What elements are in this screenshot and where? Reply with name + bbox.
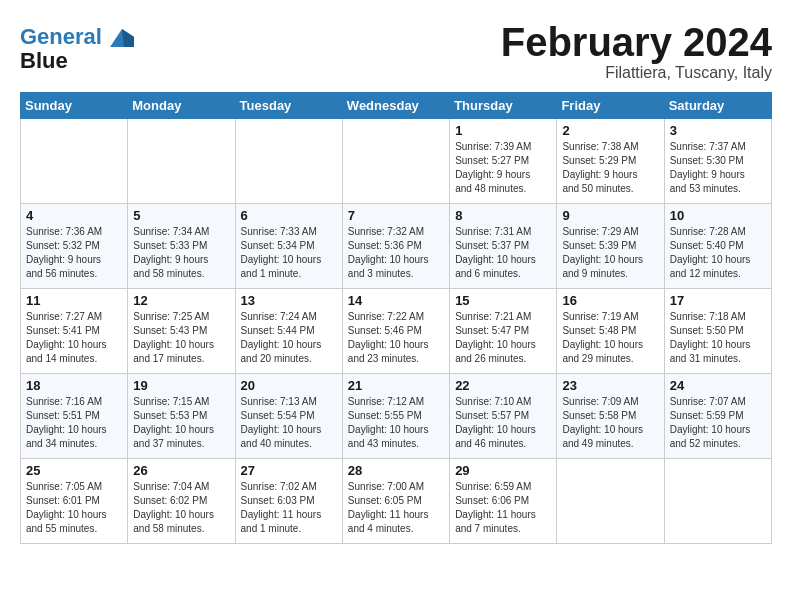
day-number: 27 — [241, 463, 337, 478]
day-number: 3 — [670, 123, 766, 138]
day-number: 18 — [26, 378, 122, 393]
header-tuesday: Tuesday — [235, 93, 342, 119]
header-friday: Friday — [557, 93, 664, 119]
calendar-table: Sunday Monday Tuesday Wednesday Thursday… — [20, 92, 772, 544]
table-row — [21, 119, 128, 204]
day-number: 13 — [241, 293, 337, 308]
table-row — [235, 119, 342, 204]
day-number: 11 — [26, 293, 122, 308]
day-number: 12 — [133, 293, 229, 308]
table-row: 24Sunrise: 7:07 AM Sunset: 5:59 PM Dayli… — [664, 374, 771, 459]
table-row: 13Sunrise: 7:24 AM Sunset: 5:44 PM Dayli… — [235, 289, 342, 374]
day-number: 17 — [670, 293, 766, 308]
table-row: 2Sunrise: 7:38 AM Sunset: 5:29 PM Daylig… — [557, 119, 664, 204]
day-number: 21 — [348, 378, 444, 393]
table-row: 21Sunrise: 7:12 AM Sunset: 5:55 PM Dayli… — [342, 374, 449, 459]
day-detail: Sunrise: 7:07 AM Sunset: 5:59 PM Dayligh… — [670, 395, 766, 451]
table-row: 14Sunrise: 7:22 AM Sunset: 5:46 PM Dayli… — [342, 289, 449, 374]
table-row: 15Sunrise: 7:21 AM Sunset: 5:47 PM Dayli… — [450, 289, 557, 374]
day-detail: Sunrise: 7:37 AM Sunset: 5:30 PM Dayligh… — [670, 140, 766, 196]
day-number: 4 — [26, 208, 122, 223]
day-detail: Sunrise: 7:04 AM Sunset: 6:02 PM Dayligh… — [133, 480, 229, 536]
day-detail: Sunrise: 7:18 AM Sunset: 5:50 PM Dayligh… — [670, 310, 766, 366]
day-number: 29 — [455, 463, 551, 478]
day-detail: Sunrise: 7:09 AM Sunset: 5:58 PM Dayligh… — [562, 395, 658, 451]
day-number: 26 — [133, 463, 229, 478]
day-number: 22 — [455, 378, 551, 393]
table-row: 5Sunrise: 7:34 AM Sunset: 5:33 PM Daylig… — [128, 204, 235, 289]
table-row: 4Sunrise: 7:36 AM Sunset: 5:32 PM Daylig… — [21, 204, 128, 289]
day-number: 24 — [670, 378, 766, 393]
day-number: 2 — [562, 123, 658, 138]
table-row: 26Sunrise: 7:04 AM Sunset: 6:02 PM Dayli… — [128, 459, 235, 544]
day-number: 8 — [455, 208, 551, 223]
table-row: 28Sunrise: 7:00 AM Sunset: 6:05 PM Dayli… — [342, 459, 449, 544]
weekday-header-row: Sunday Monday Tuesday Wednesday Thursday… — [21, 93, 772, 119]
week-row-2: 4Sunrise: 7:36 AM Sunset: 5:32 PM Daylig… — [21, 204, 772, 289]
logo-line1: General — [20, 24, 102, 49]
header-wednesday: Wednesday — [342, 93, 449, 119]
table-row: 17Sunrise: 7:18 AM Sunset: 5:50 PM Dayli… — [664, 289, 771, 374]
day-detail: Sunrise: 7:38 AM Sunset: 5:29 PM Dayligh… — [562, 140, 658, 196]
day-number: 16 — [562, 293, 658, 308]
week-row-3: 11Sunrise: 7:27 AM Sunset: 5:41 PM Dayli… — [21, 289, 772, 374]
day-number: 15 — [455, 293, 551, 308]
day-detail: Sunrise: 7:12 AM Sunset: 5:55 PM Dayligh… — [348, 395, 444, 451]
day-detail: Sunrise: 7:19 AM Sunset: 5:48 PM Dayligh… — [562, 310, 658, 366]
day-number: 25 — [26, 463, 122, 478]
day-detail: Sunrise: 7:27 AM Sunset: 5:41 PM Dayligh… — [26, 310, 122, 366]
day-number: 19 — [133, 378, 229, 393]
table-row: 11Sunrise: 7:27 AM Sunset: 5:41 PM Dayli… — [21, 289, 128, 374]
table-row — [557, 459, 664, 544]
day-detail: Sunrise: 7:13 AM Sunset: 5:54 PM Dayligh… — [241, 395, 337, 451]
table-row: 18Sunrise: 7:16 AM Sunset: 5:51 PM Dayli… — [21, 374, 128, 459]
week-row-1: 1Sunrise: 7:39 AM Sunset: 5:27 PM Daylig… — [21, 119, 772, 204]
table-row: 23Sunrise: 7:09 AM Sunset: 5:58 PM Dayli… — [557, 374, 664, 459]
day-detail: Sunrise: 7:00 AM Sunset: 6:05 PM Dayligh… — [348, 480, 444, 536]
header-thursday: Thursday — [450, 93, 557, 119]
day-number: 28 — [348, 463, 444, 478]
calendar-title: February 2024 — [501, 20, 772, 64]
day-detail: Sunrise: 7:29 AM Sunset: 5:39 PM Dayligh… — [562, 225, 658, 281]
table-row — [128, 119, 235, 204]
day-number: 9 — [562, 208, 658, 223]
table-row: 3Sunrise: 7:37 AM Sunset: 5:30 PM Daylig… — [664, 119, 771, 204]
table-row: 16Sunrise: 7:19 AM Sunset: 5:48 PM Dayli… — [557, 289, 664, 374]
svg-marker-1 — [122, 29, 134, 47]
table-row: 22Sunrise: 7:10 AM Sunset: 5:57 PM Dayli… — [450, 374, 557, 459]
day-number: 6 — [241, 208, 337, 223]
day-detail: Sunrise: 7:21 AM Sunset: 5:47 PM Dayligh… — [455, 310, 551, 366]
day-detail: Sunrise: 7:31 AM Sunset: 5:37 PM Dayligh… — [455, 225, 551, 281]
day-detail: Sunrise: 7:15 AM Sunset: 5:53 PM Dayligh… — [133, 395, 229, 451]
week-row-4: 18Sunrise: 7:16 AM Sunset: 5:51 PM Dayli… — [21, 374, 772, 459]
header-saturday: Saturday — [664, 93, 771, 119]
day-detail: Sunrise: 7:10 AM Sunset: 5:57 PM Dayligh… — [455, 395, 551, 451]
table-row: 10Sunrise: 7:28 AM Sunset: 5:40 PM Dayli… — [664, 204, 771, 289]
title-area: February 2024 Filattiera, Tuscany, Italy — [501, 20, 772, 82]
day-detail: Sunrise: 7:28 AM Sunset: 5:40 PM Dayligh… — [670, 225, 766, 281]
header-sunday: Sunday — [21, 93, 128, 119]
table-row: 12Sunrise: 7:25 AM Sunset: 5:43 PM Dayli… — [128, 289, 235, 374]
table-row: 27Sunrise: 7:02 AM Sunset: 6:03 PM Dayli… — [235, 459, 342, 544]
calendar-subtitle: Filattiera, Tuscany, Italy — [501, 64, 772, 82]
day-number: 1 — [455, 123, 551, 138]
day-number: 7 — [348, 208, 444, 223]
day-detail: Sunrise: 7:24 AM Sunset: 5:44 PM Dayligh… — [241, 310, 337, 366]
logo: General Blue — [20, 25, 134, 73]
header-monday: Monday — [128, 93, 235, 119]
table-row — [342, 119, 449, 204]
logo-line2: Blue — [20, 49, 134, 73]
day-number: 20 — [241, 378, 337, 393]
table-row: 7Sunrise: 7:32 AM Sunset: 5:36 PM Daylig… — [342, 204, 449, 289]
day-detail: Sunrise: 7:36 AM Sunset: 5:32 PM Dayligh… — [26, 225, 122, 281]
table-row: 20Sunrise: 7:13 AM Sunset: 5:54 PM Dayli… — [235, 374, 342, 459]
day-detail: Sunrise: 6:59 AM Sunset: 6:06 PM Dayligh… — [455, 480, 551, 536]
day-number: 10 — [670, 208, 766, 223]
day-detail: Sunrise: 7:25 AM Sunset: 5:43 PM Dayligh… — [133, 310, 229, 366]
day-number: 14 — [348, 293, 444, 308]
day-detail: Sunrise: 7:39 AM Sunset: 5:27 PM Dayligh… — [455, 140, 551, 196]
day-detail: Sunrise: 7:33 AM Sunset: 5:34 PM Dayligh… — [241, 225, 337, 281]
table-row: 19Sunrise: 7:15 AM Sunset: 5:53 PM Dayli… — [128, 374, 235, 459]
day-detail: Sunrise: 7:32 AM Sunset: 5:36 PM Dayligh… — [348, 225, 444, 281]
table-row: 25Sunrise: 7:05 AM Sunset: 6:01 PM Dayli… — [21, 459, 128, 544]
